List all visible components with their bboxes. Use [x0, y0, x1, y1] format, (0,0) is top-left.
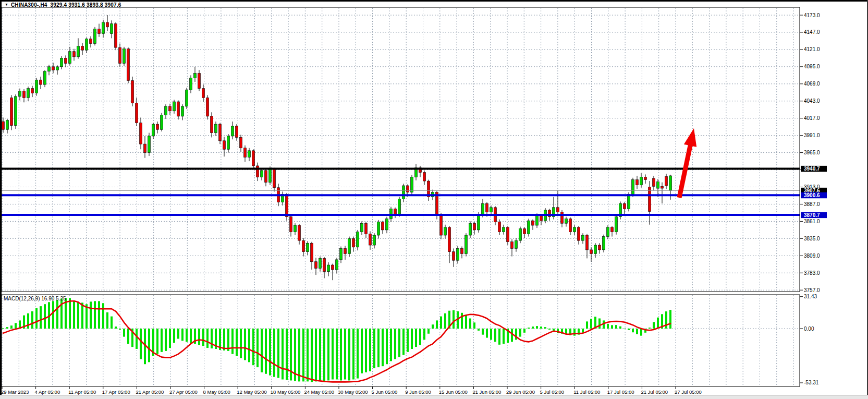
macd-histogram-bar — [469, 319, 471, 329]
price-axis-label: 3887.0 — [804, 201, 820, 207]
candle-bullish — [319, 258, 322, 268]
candle-bearish — [407, 186, 409, 192]
candle-bearish — [365, 223, 368, 234]
candle-bullish — [444, 227, 447, 235]
candle-bearish — [169, 106, 172, 111]
time-axis-label: 17 Jul 05:00 — [607, 389, 634, 395]
macd-histogram-bar — [240, 329, 242, 358]
up-arrow-annotation[interactable] — [677, 128, 697, 198]
macd-histogram-bar — [156, 329, 158, 354]
macd-histogram-bar — [528, 328, 530, 329]
candle-bullish — [44, 71, 46, 84]
macd-histogram-bar — [486, 329, 488, 338]
candle-bearish — [98, 29, 101, 34]
candle-bearish — [198, 74, 201, 89]
candle-bullish — [582, 235, 584, 240]
macd-histogram-bar — [198, 329, 200, 345]
macd-histogram-bar — [436, 320, 438, 329]
candle-bearish — [302, 240, 305, 252]
candle-bullish — [161, 115, 163, 129]
macd-histogram-bar — [127, 329, 129, 344]
macd-histogram-bar — [348, 329, 350, 380]
time-axis-label: 21 Jun 05:00 — [472, 389, 501, 395]
macd-histogram-bar — [315, 329, 317, 381]
macd-histogram-bar — [186, 329, 188, 342]
candle-bearish — [202, 89, 205, 98]
time-axis-label: 21 Jul 05:00 — [641, 389, 668, 395]
macd-histogram-bar — [323, 329, 325, 381]
candle-bearish — [315, 262, 317, 269]
macd-histogram-bar — [386, 329, 388, 364]
price-level-badge-label: 3900.6 — [804, 192, 820, 198]
candle-bearish — [598, 245, 601, 250]
candle-bullish — [94, 29, 96, 44]
macd-indicator-label: MACD(12,26,9) 16.90 5.25 — [4, 296, 66, 301]
macd-histogram-bar — [336, 329, 338, 380]
macd-histogram-bar — [540, 327, 542, 329]
price-axis-label: 4147.0 — [804, 29, 820, 35]
candle-bearish — [569, 219, 572, 232]
macd-histogram-bar — [165, 329, 167, 351]
macd-histogram-bar — [503, 329, 505, 344]
macd-histogram-bar — [369, 329, 371, 371]
price-axis-label: 4121.0 — [804, 46, 820, 52]
candle-bearish — [206, 98, 209, 116]
macd-histogram-bar — [252, 329, 254, 365]
time-axis-label: 4 Apr 05:00 — [35, 389, 60, 395]
macd-histogram-bar — [640, 329, 642, 336]
macd-histogram-bar — [440, 317, 442, 329]
time-axis-label: 18 May 05:00 — [271, 389, 301, 395]
candle-bearish — [344, 248, 347, 253]
macd-histogram-bar — [136, 329, 138, 349]
macd-histogram-bar — [494, 329, 496, 342]
candle-bearish — [219, 124, 222, 141]
macd-histogram-bar — [411, 329, 413, 349]
candle-bullish — [594, 245, 597, 253]
candle-bullish — [19, 91, 21, 96]
macd-histogram-bar — [223, 329, 225, 350]
macd-histogram-bar — [636, 329, 638, 334]
candle-bullish — [377, 222, 380, 235]
macd-histogram-bar — [236, 329, 238, 356]
candle-bearish — [498, 222, 501, 232]
candle-bullish — [165, 106, 167, 115]
candle-bearish — [323, 258, 326, 271]
candle-bullish — [536, 215, 539, 225]
macd-histogram-bar — [382, 329, 384, 366]
price-axis-label: 4069.0 — [804, 81, 820, 87]
candle-bearish — [140, 123, 142, 144]
candle-bearish — [23, 91, 26, 98]
time-axis-label: 5 Jul 05:00 — [540, 389, 564, 395]
macd-histogram-bar — [377, 329, 380, 367]
price-axis-label: 4043.0 — [804, 98, 820, 104]
macd-histogram-bar — [169, 329, 171, 348]
macd-histogram-bar — [177, 329, 179, 339]
time-axis-label: 5 Jun 05:00 — [372, 389, 398, 395]
macd-histogram-bar — [311, 329, 313, 382]
macd-histogram-bar — [519, 329, 521, 337]
candle-bullish — [607, 227, 609, 237]
candle-bullish — [294, 225, 297, 232]
candle-bullish — [60, 58, 63, 66]
macd-histogram-bar — [44, 304, 46, 329]
chart-canvas[interactable]: 4173.04147.04121.04095.04069.04043.04017… — [0, 0, 868, 399]
candle-bearish — [211, 116, 213, 133]
macd-histogram-bar — [615, 325, 617, 329]
macd-histogram-bar — [511, 329, 513, 342]
macd-histogram-bar — [94, 301, 96, 329]
candle-bullish — [85, 39, 88, 51]
candle-bearish — [578, 227, 580, 240]
candle-bearish — [511, 242, 514, 249]
macd-histogram-bar — [628, 329, 630, 330]
candle-bullish — [269, 169, 272, 182]
macd-axis-label: -53.31 — [804, 380, 819, 385]
candle-bearish — [453, 252, 455, 260]
macd-histogram-bar — [290, 329, 292, 380]
macd-histogram-bar — [269, 329, 271, 376]
candle-bullish — [111, 23, 113, 33]
macd-histogram-bar — [444, 313, 446, 329]
macd-histogram-bar — [478, 329, 480, 331]
time-axis-label: 15 Jun 05:00 — [439, 389, 468, 395]
candle-bullish — [48, 67, 51, 71]
candle-bullish — [327, 265, 330, 272]
